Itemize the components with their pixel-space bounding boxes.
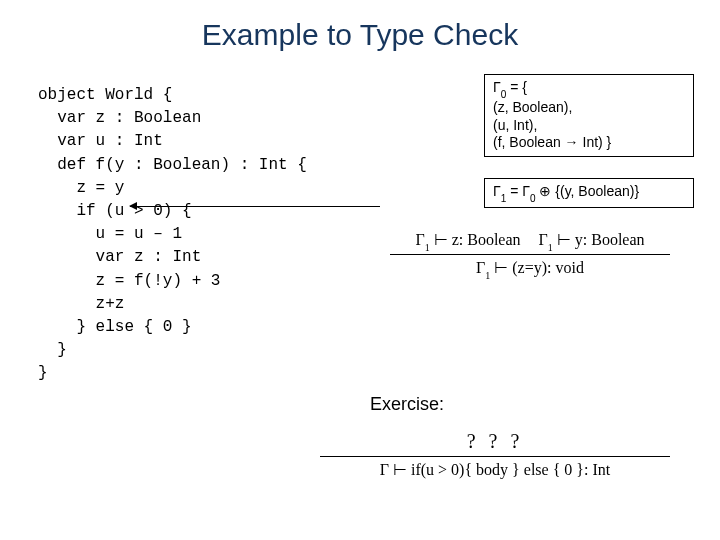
code-block: object World { var z : Boolean var u : I… xyxy=(38,84,307,385)
arrow-zy xyxy=(130,206,380,207)
inference-rule-2: ? ? ? Γ ⊢ if(u > 0){ body } else { 0 }: … xyxy=(320,430,670,479)
rule2-line xyxy=(320,456,670,457)
gamma0-l2: (u, Int), xyxy=(493,117,537,133)
rule2-den: Γ ⊢ if(u > 0){ body } else { 0 }: Int xyxy=(320,458,670,479)
rule2-num: ? ? ? xyxy=(320,430,670,455)
gamma0-sym: Γ xyxy=(493,79,501,95)
gamma0-l3: (f, Boolean → Int) } xyxy=(493,134,611,150)
gamma0-sub: 0 xyxy=(501,89,507,100)
gamma0-box: Γ0 = { (z, Boolean), (u, Int), (f, Boole… xyxy=(484,74,694,157)
gamma1-b: = Γ xyxy=(506,183,530,199)
rule1-num-right: Γ1 ⊢ y: Boolean xyxy=(539,230,645,251)
gamma1-sub-b: 0 xyxy=(530,193,536,204)
inference-rule-1: Γ1 ⊢ z: Boolean Γ1 ⊢ y: Boolean Γ1 ⊢ (z=… xyxy=(390,230,670,279)
rule1-den: Γ1 ⊢ (z=y): void xyxy=(390,256,670,279)
rule1-num-left: Γ1 ⊢ z: Boolean xyxy=(415,230,520,251)
gamma1-box: Γ1 = Γ0 ⊕ {(y, Boolean)} xyxy=(484,178,694,208)
gamma1-sub-a: 1 xyxy=(501,193,507,204)
gamma0-l1: (z, Boolean), xyxy=(493,99,572,115)
rule1-line xyxy=(390,254,670,255)
gamma1-c: ⊕ {(y, Boolean)} xyxy=(536,183,640,199)
gamma0-eq: = { xyxy=(506,79,527,95)
gamma1-a: Γ xyxy=(493,183,501,199)
slide-title: Example to Type Check xyxy=(0,0,720,52)
exercise-label: Exercise: xyxy=(370,394,444,415)
